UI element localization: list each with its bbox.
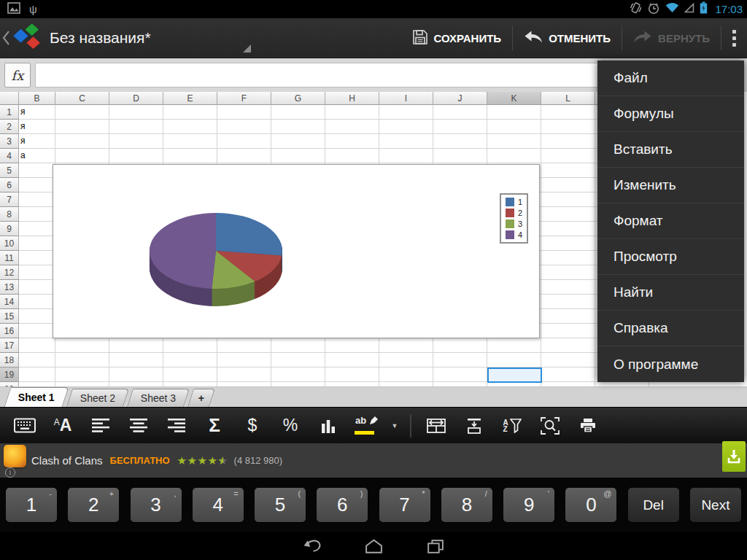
- home-button[interactable]: [363, 536, 384, 556]
- key-2[interactable]: 2+: [68, 488, 119, 522]
- menu-item-format[interactable]: Формат: [597, 203, 744, 239]
- cell-L1[interactable]: [541, 105, 595, 120]
- cell-E3[interactable]: [163, 134, 217, 149]
- cell-I1[interactable]: [379, 105, 433, 120]
- ad-app-icon[interactable]: [4, 445, 26, 467]
- cell-J3[interactable]: [433, 134, 487, 149]
- ad-info-icon[interactable]: i: [5, 467, 15, 478]
- menu-item-view[interactable]: Просмотр: [597, 239, 744, 275]
- fx-button[interactable]: fx: [4, 63, 31, 88]
- row-header-3[interactable]: 3: [0, 134, 19, 149]
- cell-L11[interactable]: [541, 251, 595, 265]
- document-title[interactable]: Без названия*: [50, 29, 151, 47]
- percent-icon[interactable]: %: [271, 411, 309, 441]
- cell-C18[interactable]: [55, 353, 109, 368]
- column-header-J[interactable]: J: [433, 92, 487, 105]
- cell-I17[interactable]: [379, 338, 433, 353]
- cell-L12[interactable]: [541, 265, 595, 280]
- highlight-color-icon[interactable]: ab: [347, 411, 385, 441]
- row-header-9[interactable]: 9: [0, 222, 19, 236]
- ad-app-name[interactable]: Clash of Clans: [31, 454, 103, 467]
- column-header-E[interactable]: E: [163, 92, 217, 105]
- sheet-tab-2[interactable]: Sheet 2: [66, 389, 129, 407]
- recents-button[interactable]: [425, 536, 445, 556]
- key-6[interactable]: 6): [317, 488, 368, 522]
- align-right-icon[interactable]: [158, 411, 196, 441]
- menu-item-edit[interactable]: Изменить: [597, 168, 744, 203]
- key-8[interactable]: 8/: [441, 488, 492, 522]
- cell-H3[interactable]: [325, 134, 379, 149]
- row-header-14[interactable]: 14: [0, 295, 19, 309]
- add-sheet-tab[interactable]: +: [187, 389, 215, 407]
- insert-chart-icon[interactable]: [309, 411, 347, 441]
- key-next[interactable]: Next: [690, 488, 741, 522]
- row-header-16[interactable]: 16: [0, 324, 19, 338]
- cell-B11[interactable]: [19, 251, 55, 265]
- cell-E4[interactable]: [163, 149, 217, 163]
- cell-L15[interactable]: [541, 309, 595, 324]
- cell-C4[interactable]: [55, 149, 109, 163]
- cell-C3[interactable]: [55, 134, 109, 149]
- cell-K2[interactable]: [487, 120, 541, 134]
- cell-L17[interactable]: [541, 338, 595, 353]
- row-header-10[interactable]: 10: [0, 236, 19, 251]
- save-button[interactable]: СОХРАНИТЬ: [401, 18, 513, 58]
- key-del[interactable]: Del: [628, 488, 679, 522]
- column-header-L[interactable]: L: [541, 92, 595, 105]
- menu-item-formulas[interactable]: Формулы: [597, 96, 744, 132]
- column-header-C[interactable]: C: [55, 92, 109, 105]
- cell-D18[interactable]: [109, 353, 163, 368]
- cell-H19[interactable]: [325, 368, 379, 382]
- cell-B6[interactable]: [19, 178, 55, 192]
- cell-I4[interactable]: [379, 149, 433, 163]
- cell-I19[interactable]: [379, 368, 433, 382]
- cell-H18[interactable]: [325, 353, 379, 368]
- row-header-18[interactable]: 18: [0, 353, 19, 368]
- cell-J19[interactable]: [433, 368, 487, 382]
- cell-L5[interactable]: [541, 163, 595, 178]
- font-size-icon[interactable]: AA: [44, 411, 82, 441]
- cell-E17[interactable]: [163, 338, 217, 353]
- cell-H4[interactable]: [325, 149, 379, 163]
- back-chevron-icon[interactable]: [1, 29, 10, 47]
- ad-install-button[interactable]: [722, 441, 746, 472]
- cell-H1[interactable]: [325, 105, 379, 120]
- cell-F19[interactable]: [217, 368, 271, 382]
- row-header-4[interactable]: 4: [0, 149, 19, 163]
- cell-I3[interactable]: [379, 134, 433, 149]
- cell-G2[interactable]: [271, 120, 325, 134]
- chart-object[interactable]: 1234: [53, 164, 540, 338]
- cell-B13[interactable]: [19, 280, 55, 295]
- cell-G18[interactable]: [271, 353, 325, 368]
- cell-B15[interactable]: [19, 309, 55, 324]
- cell-G1[interactable]: [271, 105, 325, 120]
- menu-item-insert[interactable]: Вставить: [597, 132, 744, 168]
- key-1[interactable]: 1-: [6, 488, 57, 522]
- cell-L13[interactable]: [541, 280, 595, 295]
- cell-F1[interactable]: [217, 105, 271, 120]
- cell-K3[interactable]: [487, 134, 541, 149]
- cell-L6[interactable]: [541, 178, 595, 192]
- key-0[interactable]: 0@: [565, 488, 616, 522]
- selected-cell[interactable]: [487, 368, 542, 383]
- cell-G19[interactable]: [271, 368, 325, 382]
- grid-corner[interactable]: [0, 92, 19, 105]
- cell-B9[interactable]: [19, 222, 55, 236]
- cell-D19[interactable]: [109, 368, 163, 382]
- cell-B1[interactable]: я: [19, 105, 55, 120]
- key-7[interactable]: 7*: [379, 488, 430, 522]
- currency-icon[interactable]: $: [233, 411, 271, 441]
- cell-I2[interactable]: [379, 120, 433, 134]
- cell-J2[interactable]: [433, 120, 487, 134]
- autosum-icon[interactable]: Σ: [196, 411, 233, 441]
- cell-D4[interactable]: [109, 149, 163, 163]
- cell-C17[interactable]: [55, 338, 109, 353]
- cell-L7[interactable]: [541, 192, 595, 207]
- cell-D2[interactable]: [109, 120, 163, 134]
- cell-L8[interactable]: [541, 207, 595, 222]
- cell-L19[interactable]: [541, 368, 595, 382]
- cell-C1[interactable]: [55, 105, 109, 120]
- menu-item-help[interactable]: Справка: [597, 311, 744, 346]
- column-header-K[interactable]: K: [487, 92, 541, 105]
- cell-L2[interactable]: [541, 120, 595, 134]
